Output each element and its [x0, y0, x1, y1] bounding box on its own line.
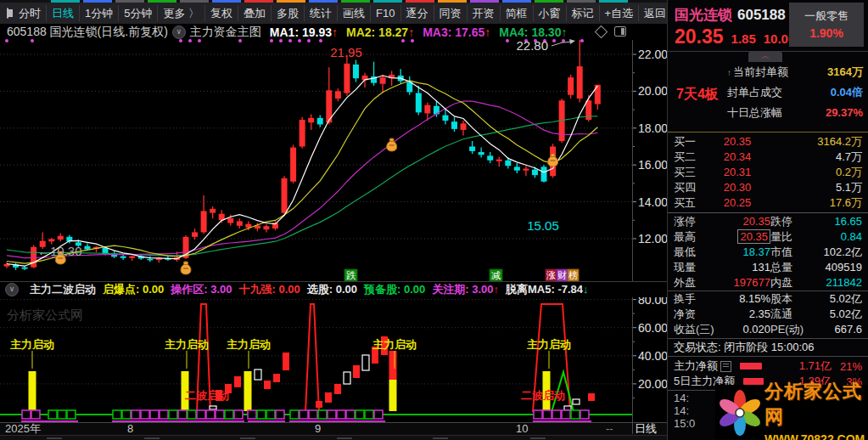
board-row-label: ↑当前封单额	[727, 62, 788, 82]
strip-segment	[180, 0, 209, 3]
toolbar-item-+自选[interactable]: +自选	[600, 5, 640, 21]
candle	[335, 88, 341, 101]
toolbar-item-画线[interactable]: 画线	[338, 5, 371, 21]
toolbar-item-更多 〉[interactable]: 更多 〉	[158, 5, 205, 21]
toolbar-item-开资[interactable]: 开资	[468, 5, 501, 21]
split-window-icon[interactable]	[614, 26, 626, 37]
param-启爆点: 启爆点: 0.00	[103, 282, 164, 297]
indicator-name[interactable]: 主力二波启动	[30, 282, 96, 297]
limit-up-board-section: ︿ 7天4板 ↑当前封单额3164万封单占成交0.04倍十日总涨幅29.37%	[668, 52, 868, 133]
badge-跌[interactable]: 跌	[344, 269, 357, 281]
bottom-scrollbar[interactable]	[0, 435, 667, 440]
candle	[308, 115, 314, 130]
trade-status-row: 交易状态: 闭市阶段 15:00:06	[668, 338, 868, 356]
candles	[4, 40, 601, 270]
diamond-icon[interactable]	[595, 25, 608, 38]
chevron-up-icon: ︿	[761, 51, 770, 60]
toolbar-item-逐分[interactable]: 逐分	[401, 5, 434, 21]
toolbar-item-简框[interactable]: 简框	[501, 5, 534, 21]
bid-row[interactable]: 买三20.310.2万	[668, 165, 868, 180]
svg-text:榜: 榜	[568, 270, 578, 280]
toolbar-item-同资[interactable]: 同资	[434, 5, 468, 21]
time-axis-label: 8	[127, 423, 133, 435]
wave-label: 二波启动	[521, 389, 565, 402]
price-annotation: 21.95	[330, 45, 362, 59]
svg-text:20.00: 20.00	[638, 377, 668, 391]
badge-减[interactable]: 减	[490, 269, 502, 281]
chevron-down-icon[interactable]: ∨	[5, 283, 19, 296]
time-axis-label: --	[606, 423, 613, 435]
bid-levels: 买一20.353164.2万买二20.344.7万买三20.310.2万买四20…	[668, 133, 868, 213]
main-candlestick-chart[interactable]: 22.0020.0018.0016.0014.0012.00←10.3021.9…	[0, 40, 667, 281]
red-spike	[305, 304, 319, 412]
detail-icon[interactable]	[720, 361, 731, 372]
strip-segment	[341, 0, 370, 3]
period-label[interactable]: 日线	[635, 423, 657, 435]
stock-code: 605188	[737, 7, 786, 23]
time-axis-label: 9	[315, 423, 321, 435]
bid-row[interactable]: 买五20.2517.6万	[668, 195, 868, 211]
flow-bar	[740, 363, 762, 369]
candle	[496, 156, 502, 166]
candle	[129, 256, 135, 262]
candle	[577, 40, 583, 103]
launch-label: 主力启动	[227, 338, 271, 351]
candle	[514, 163, 520, 173]
stat-row: 最高20.35量比0.84	[668, 229, 868, 245]
candle	[451, 117, 457, 132]
toolbar-item-小窗[interactable]: 小窗	[534, 5, 567, 21]
launch-label: 主力启动	[372, 338, 417, 351]
candle	[290, 144, 296, 183]
window-icon[interactable]	[7, 8, 8, 19]
stat-row: 换手8.15%股本5.02亿	[668, 291, 868, 307]
stock-stats: 涨停20.35跌停16.65最高20.35量比0.84最低18.37市值102.…	[668, 213, 868, 338]
trend-arrow-icon: ↑	[494, 283, 500, 296]
ma-label: MA1: 19.93↑	[270, 25, 338, 39]
collapse-tab[interactable]: ︿	[748, 51, 782, 62]
bid-row[interactable]: 买二20.344.7万	[668, 149, 868, 165]
strip-segment	[406, 0, 434, 3]
candle	[282, 176, 288, 216]
svg-text:涨: 涨	[546, 270, 556, 280]
chevron-down-icon[interactable]: ∨	[172, 25, 186, 39]
stat-row: 现量131总量409519	[668, 260, 868, 275]
scrollbar-notch	[433, 437, 448, 439]
toolbar-item-统计[interactable]: 统计	[305, 5, 338, 21]
toolbar-item-1分钟[interactable]: 1分钟	[80, 5, 119, 21]
trend-arrow-icon: ↑	[484, 25, 490, 39]
main-indicator-name[interactable]: 主力资金主图	[190, 25, 261, 40]
strip-segment	[567, 0, 596, 3]
candle	[523, 166, 529, 176]
toolbar-item-分时[interactable]: 分时	[14, 5, 47, 21]
scrollbar-notch	[240, 437, 255, 439]
ma-label: MA2: 18.27↑	[346, 25, 414, 39]
bid-row[interactable]: 买四20.305.1万	[668, 180, 868, 195]
toolbar-item-标记[interactable]: 标记	[567, 5, 600, 21]
strip-segment	[599, 0, 628, 3]
param-十九强: 十九强: 0.00	[239, 282, 300, 297]
candle	[398, 69, 404, 83]
toolbar-item-复权[interactable]: 复权	[205, 5, 238, 21]
watermark-site-url: WWW.70822.COM	[764, 432, 868, 440]
trend-arrow-icon: ↑	[408, 25, 414, 39]
ma10-line	[7, 81, 597, 263]
toolbar-item-多股[interactable]: 多股	[272, 5, 305, 21]
toolbar-item-F10[interactable]: F10	[371, 5, 400, 21]
industry-box[interactable]: 一般零售 1.90%	[789, 3, 864, 47]
toolbar-item-日线[interactable]: 日线	[47, 5, 80, 21]
toolbar-item-5分钟[interactable]: 5分钟	[119, 5, 158, 21]
flower-logo-icon	[715, 386, 764, 437]
svg-text:14.00: 14.00	[638, 195, 668, 209]
board-row-value: 0.04倍	[831, 82, 863, 103]
svg-text:跌: 跌	[346, 270, 356, 280]
badge-榜[interactable]: 榜	[568, 269, 579, 281]
time-axis-label: 2025年	[5, 423, 41, 435]
indicator-header: ∨ 主力二波启动 启爆点: 0.00操作区: 3.00十九强: 0.00选股: …	[0, 281, 667, 297]
badge-涨[interactable]: 涨	[546, 269, 557, 281]
candle	[201, 195, 207, 234]
time-axis: 日线 2025年8910--	[0, 422, 667, 435]
toolbar-item-叠加[interactable]: 叠加	[238, 5, 272, 21]
badge-财[interactable]: 财	[557, 269, 568, 281]
bid-row[interactable]: 买一20.353164.2万	[668, 134, 868, 149]
indicator-chart[interactable]: 80.0060.0040.0020.00主力启动主力启动主力启动主力启动主力启动…	[0, 292, 667, 422]
